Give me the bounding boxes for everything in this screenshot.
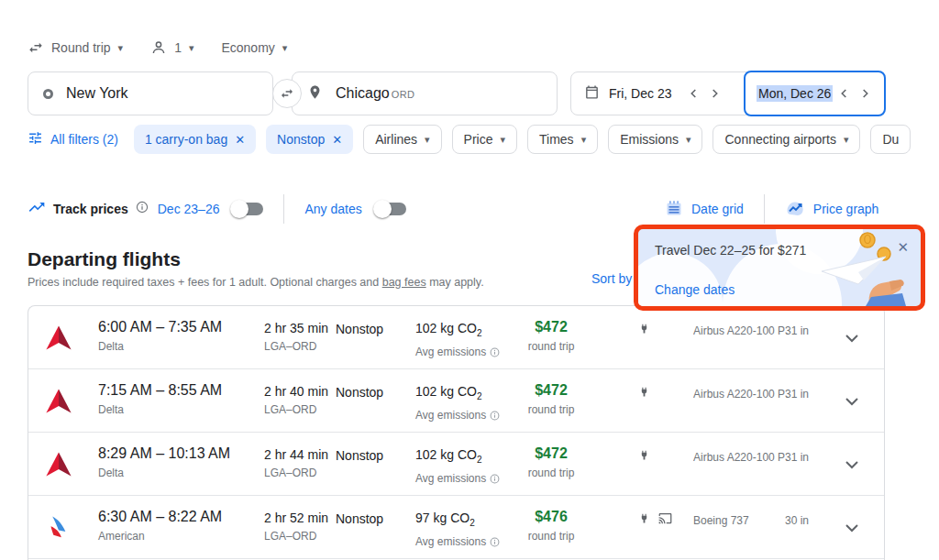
price-tracking-bar: Track prices Dec 23–26 Any dates xyxy=(28,194,406,224)
departure-date-value: Fri, Dec 23 xyxy=(609,86,671,101)
expand-row-button[interactable] xyxy=(845,330,859,346)
origin-circle-icon xyxy=(43,89,53,99)
close-icon[interactable]: ✕ xyxy=(332,133,342,147)
trip-options-bar: Round trip ▾ 1 ▾ Economy ▾ xyxy=(28,35,287,60)
date-grid-icon xyxy=(665,199,683,220)
chip-label: Nonstop xyxy=(277,132,325,147)
flight-duration: 2 hr 40 min xyxy=(264,383,328,400)
chevron-down-icon xyxy=(845,397,859,406)
chip-connecting-airports[interactable]: Connecting airports ▾ xyxy=(713,125,860,154)
chip-label: Connecting airports xyxy=(724,132,835,147)
chip-carry-on-bag[interactable]: 1 carry-on bag ✕ xyxy=(134,125,256,154)
airline-name: Delta xyxy=(98,340,222,354)
power-outlet-icon xyxy=(638,448,650,462)
chip-times[interactable]: Times ▾ xyxy=(527,125,598,154)
chip-duration-cutoff[interactable]: Du xyxy=(870,125,911,154)
passengers-dropdown[interactable]: 1 ▾ xyxy=(150,39,193,56)
all-filters-label: All filters (2) xyxy=(50,132,118,147)
return-date-field-focused[interactable]: Mon, Dec 26 xyxy=(744,71,886,116)
american-airlines-logo xyxy=(43,512,74,544)
info-icon[interactable] xyxy=(490,411,500,421)
chip-nonstop[interactable]: Nonstop ✕ xyxy=(266,125,353,154)
aircraft-type: Airbus A220-100 P… xyxy=(693,388,789,401)
chevron-down-icon xyxy=(845,460,859,469)
info-icon[interactable] xyxy=(490,474,500,484)
flight-row-american-630[interactable]: 6:30 AM – 8:22 AMAmerican 2 hr 52 minLGA… xyxy=(28,496,884,559)
date-range-field: Fri, Dec 23 Mon, Dec 26 xyxy=(570,71,884,115)
change-dates-link[interactable]: Change dates xyxy=(655,282,735,297)
track-date-range: Dec 23–26 xyxy=(158,202,220,216)
expand-row-button[interactable] xyxy=(845,456,859,473)
emissions-value: 102 kg CO2 xyxy=(415,383,500,405)
chip-emissions[interactable]: Emissions ▾ xyxy=(608,125,702,154)
legroom: 31 in xyxy=(785,324,809,337)
chevron-down-icon xyxy=(845,523,859,533)
any-dates-label: Any dates xyxy=(304,202,361,216)
origin-input[interactable]: New York xyxy=(28,71,273,115)
flight-times: 6:30 AM – 8:22 AM xyxy=(98,508,222,526)
swap-horizontal-icon xyxy=(28,39,44,56)
trip-type-dropdown[interactable]: Round trip ▾ xyxy=(28,39,123,56)
close-icon[interactable]: ✕ xyxy=(897,239,909,256)
flight-stops: Nonstop xyxy=(336,384,383,401)
any-dates-toggle-off[interactable] xyxy=(375,203,406,215)
chip-airlines[interactable]: Airlines ▾ xyxy=(363,125,441,154)
info-icon[interactable] xyxy=(136,201,149,217)
aircraft-type: Boeing 737 xyxy=(693,514,789,527)
chevron-right-icon xyxy=(861,88,869,99)
flight-times: 8:29 AM – 10:13 AM xyxy=(98,445,230,463)
delta-logo xyxy=(43,449,74,480)
all-filters-button[interactable]: All filters (2) xyxy=(28,130,118,148)
departure-date-next-button[interactable] xyxy=(711,88,719,99)
price-note: round trip xyxy=(510,467,592,480)
destination-value: Chicago xyxy=(336,85,390,102)
flight-row-delta-600[interactable]: 6:00 AM – 7:35 AMDelta 2 hr 35 minLGA–OR… xyxy=(28,306,884,369)
toggle-knob xyxy=(230,200,249,218)
swap-arrows-icon xyxy=(280,86,294,101)
caret-down-icon: ▾ xyxy=(686,135,691,145)
flight-route: LGA–ORD xyxy=(264,403,328,417)
caret-down-icon: ▾ xyxy=(189,43,194,53)
bag-fees-link[interactable]: bag fees xyxy=(382,276,426,289)
cabin-class-dropdown[interactable]: Economy ▾ xyxy=(221,40,287,55)
flight-route: LGA–ORD xyxy=(264,530,328,544)
close-icon[interactable]: ✕ xyxy=(235,133,245,147)
power-outlet-icon xyxy=(638,385,650,399)
streaming-media-icon xyxy=(658,511,672,525)
expand-row-button[interactable] xyxy=(845,520,859,536)
swap-airports-button[interactable] xyxy=(272,79,302,108)
chevron-left-icon xyxy=(690,88,698,99)
flight-route: LGA–ORD xyxy=(264,467,328,480)
google-flights-results-page: Round trip ▾ 1 ▾ Economy ▾ New York Chic… xyxy=(0,0,939,560)
chip-price[interactable]: Price ▾ xyxy=(452,125,517,154)
legroom: 31 in xyxy=(785,388,809,401)
passenger-count: 1 xyxy=(174,40,182,55)
track-prices-label: Track prices xyxy=(53,202,128,216)
legroom: 31 in xyxy=(785,451,809,464)
info-icon[interactable] xyxy=(490,347,500,357)
destination-airport-code: ORD xyxy=(392,89,415,100)
info-icon[interactable] xyxy=(490,537,500,547)
departing-flights-list: 6:00 AM – 7:35 AMDelta 2 hr 35 minLGA–OR… xyxy=(28,305,885,560)
trip-type-label: Round trip xyxy=(51,40,111,55)
date-grid-label: Date grid xyxy=(691,202,744,216)
return-date-next-button[interactable] xyxy=(861,88,869,99)
price-graph-button[interactable]: Price graph xyxy=(785,199,879,220)
date-grid-button[interactable]: Date grid xyxy=(665,199,744,220)
chip-label: Emissions xyxy=(620,132,679,147)
expand-row-button[interactable] xyxy=(845,393,859,410)
departure-date-prev-button[interactable] xyxy=(690,88,698,99)
sort-by-button[interactable]: Sort by xyxy=(591,271,632,286)
flight-times: 7:15 AM – 8:55 AM xyxy=(98,381,222,400)
track-prices-toggle-off[interactable] xyxy=(232,203,263,215)
destination-input[interactable]: Chicago ORD xyxy=(292,71,558,115)
aircraft-type: Airbus A220-100 P… xyxy=(693,324,789,337)
flight-row-delta-829[interactable]: 8:29 AM – 10:13 AMDelta 2 hr 44 minLGA–O… xyxy=(28,433,884,496)
page-title: Departing flights xyxy=(28,248,181,270)
flight-row-delta-715[interactable]: 7:15 AM – 8:55 AMDelta 2 hr 40 minLGA–OR… xyxy=(28,369,884,433)
airline-name: Delta xyxy=(98,467,230,480)
return-date-prev-button[interactable] xyxy=(840,88,848,99)
avg-emissions-label: Avg emissions xyxy=(415,346,486,359)
departure-date-field[interactable]: Fri, Dec 23 xyxy=(571,72,744,115)
flight-route: LGA–ORD xyxy=(264,340,328,354)
